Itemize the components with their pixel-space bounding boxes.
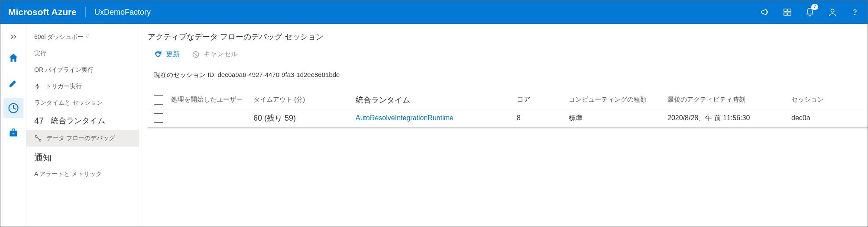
refresh-icon — [154, 50, 162, 59]
feedback-icon[interactable] — [828, 7, 837, 17]
table-header: 処理を開始したユーザー タイムアウト (分) 統合ランタイム コア コンピューテ… — [148, 90, 868, 109]
col-session[interactable]: セッション — [791, 96, 868, 104]
sidebar-label: 統合ランタイム — [51, 115, 105, 126]
sidebar-count: 47 — [34, 116, 44, 126]
sidebar-item-integration-runtimes[interactable]: 47 統合ランタイム — [26, 111, 139, 130]
sidebar-item-runs[interactable]: 実行 — [26, 45, 139, 62]
rail-author[interactable] — [3, 73, 23, 93]
cell-core: 8 — [517, 114, 569, 122]
col-user[interactable]: 処理を開始したユーザー — [171, 96, 253, 104]
sidebar-item-trigger-runs[interactable]: トリガー実行 — [26, 78, 139, 95]
sidebar-item-pipeline-runs[interactable]: OR パイプライン実行 — [26, 62, 139, 78]
col-runtime[interactable]: 統合ランタイム — [356, 95, 517, 105]
svg-rect-0 — [784, 9, 787, 12]
svg-point-5 — [855, 14, 855, 15]
select-all-checkbox[interactable] — [154, 95, 163, 105]
top-bar: Microsoft Azure UxDemoFactory 7 — [0, 0, 868, 24]
announce-icon[interactable] — [760, 7, 770, 17]
main-content: アクティブなデータ フローのデバッグ セッション 更新 キャンセル 現在のセッシ… — [139, 24, 868, 227]
rail-manage[interactable] — [3, 123, 23, 143]
row-checkbox[interactable] — [154, 113, 163, 123]
page-title: アクティブなデータ フローのデバッグ セッション — [148, 32, 868, 42]
col-core[interactable]: コア — [517, 95, 569, 104]
help-icon[interactable] — [850, 7, 860, 17]
sidebar-label: データ フローのデバッグ — [46, 134, 115, 142]
sidebar-item-dataflow-debug[interactable]: データ フローのデバッグ — [26, 130, 139, 147]
console-icon[interactable] — [783, 7, 792, 17]
rail-home[interactable] — [3, 48, 23, 68]
nav-rail — [0, 24, 26, 227]
brand-label: Microsoft Azure — [8, 7, 86, 17]
refresh-label: 更新 — [166, 50, 180, 59]
svg-rect-3 — [788, 13, 791, 16]
tenant-label: UxDemoFactory — [86, 8, 151, 17]
trigger-icon — [34, 83, 41, 90]
notification-icon[interactable]: 7 — [805, 7, 815, 17]
sidebar-label: トリガー実行 — [45, 83, 82, 90]
refresh-button[interactable]: 更新 — [154, 50, 180, 59]
table-row[interactable]: 60 (残り 59) AutoResolveIntegrationRuntime… — [148, 109, 868, 128]
sidebar-label: A アラートと メトリック — [34, 170, 102, 178]
svg-rect-8 — [12, 133, 14, 134]
cancel-label: キャンセル — [203, 50, 238, 59]
topbar-actions: 7 — [760, 7, 860, 17]
collapse-toggle[interactable] — [0, 28, 26, 45]
sidebar-label: 実行 — [34, 50, 46, 58]
col-activity[interactable]: 最後のアクティビティ時刻 — [667, 96, 791, 104]
col-timeout[interactable]: タイムアウト (分) — [253, 96, 356, 104]
sidebar-label: 60ol ダッシュボード — [34, 33, 90, 41]
sidebar-item-dashboard[interactable]: 60ol ダッシュボード — [26, 29, 139, 45]
col-compute[interactable]: コンピューティングの種類 — [569, 96, 667, 104]
cell-runtime[interactable]: AutoResolveIntegrationRuntime — [356, 114, 517, 122]
cell-compute: 標準 — [569, 114, 667, 123]
cancel-button: キャンセル — [192, 50, 238, 59]
sidebar-label: ランタイムと セッション — [34, 99, 103, 107]
svg-rect-7 — [10, 131, 17, 137]
sidebar-section-notifications: 通知 — [26, 147, 139, 166]
sidebar: 60ol ダッシュボード 実行 OR パイプライン実行 トリガー実行 ランタイム… — [26, 24, 139, 227]
cell-session: dec0a — [791, 114, 868, 122]
notification-badge: 7 — [811, 4, 818, 10]
sessions-table: 処理を開始したユーザー タイムアウト (分) 統合ランタイム コア コンピューテ… — [148, 90, 868, 128]
rail-monitor[interactable] — [3, 98, 23, 118]
svg-point-4 — [831, 9, 834, 12]
cell-activity: 2020/8/28、午 前 11:56:30 — [667, 114, 791, 123]
sidebar-item-runtimes-sessions[interactable]: ランタイムと セッション — [26, 95, 139, 111]
sidebar-item-alerts[interactable]: A アラートと メトリック — [26, 166, 139, 182]
session-id-label: 現在のセッション ID: dec0a9a6-4927-4470-9fa3-1d2… — [148, 71, 868, 79]
svg-rect-1 — [788, 9, 791, 12]
cell-timeout: 60 (残り 59) — [253, 113, 356, 123]
sidebar-label: OR パイプライン実行 — [34, 66, 94, 74]
svg-rect-2 — [784, 13, 787, 16]
cancel-icon — [192, 51, 200, 58]
toolbar: 更新 キャンセル — [148, 50, 868, 59]
dataflow-icon — [34, 134, 42, 142]
